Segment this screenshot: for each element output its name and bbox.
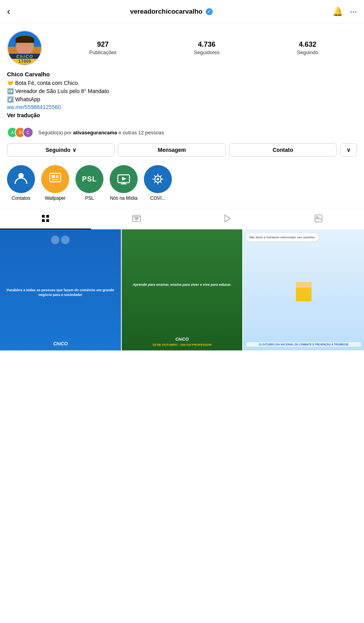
svg-point-21 <box>136 218 137 219</box>
profile-name: Chico Carvalho <box>7 71 357 77</box>
post-3-bubble: Não deixe a trombose interromper seu cam… <box>246 233 318 241</box>
svg-rect-19 <box>133 215 140 222</box>
expand-icon: ∨ <box>346 147 350 153</box>
followed-text: Seguido(a) por ativasegurancama e outras… <box>38 130 164 136</box>
avatar-image: ChiCO 17000 <box>8 31 42 65</box>
post-1-logo: ChiCO <box>53 341 68 347</box>
posts-label: Publicações <box>89 49 117 55</box>
bio-line-1: 🤝 Bota Fé, conta com Chico. <box>7 79 357 87</box>
followed-avatars: A B C <box>7 127 30 138</box>
followers-stat[interactable]: 4.736 Seguidores <box>194 40 220 55</box>
grid-item-2[interactable]: Aprende para ensinar, ensina para viver … <box>122 229 243 350</box>
tab-reels[interactable] <box>91 208 182 229</box>
highlight-covid[interactable]: COVI... <box>144 165 172 201</box>
highlight-contatos-icon <box>14 171 28 188</box>
avatar[interactable]: ChiCO 17000 <box>7 30 42 65</box>
profile-section: ChiCO 17000 927 Publicações 4.736 Seguid… <box>0 23 364 164</box>
highlight-covid-circle <box>144 165 172 193</box>
post-1-text: Parabéns a todas as pessoas que fazem do… <box>2 288 119 297</box>
posts-grid: Parabéns a todas as pessoas que fazem do… <box>0 229 364 350</box>
svg-rect-1 <box>50 173 61 182</box>
highlight-psl-circle: PSL <box>75 165 103 193</box>
grid-item-1[interactable]: Parabéns a todas as pessoas que fazem do… <box>0 229 121 350</box>
followed-by-prefix: Seguido(a) por <box>38 130 73 136</box>
tab-grid[interactable] <box>0 208 91 229</box>
header-username-area: vereadorchicocarvalho ✓ <box>130 8 213 16</box>
post-2-bg: Aprende para ensinar, ensina para viver … <box>122 229 243 350</box>
highlight-covid-label: COVI... <box>150 195 165 201</box>
bio-section: Chico Carvalho 🤝 Bota Fé, conta com Chic… <box>7 71 357 122</box>
svg-point-10 <box>157 178 159 180</box>
post-1-people <box>51 236 70 244</box>
virus-icon <box>150 172 165 187</box>
tab-tagged[interactable] <box>273 208 364 229</box>
svg-rect-4 <box>52 179 59 180</box>
play-icon <box>223 214 232 223</box>
highlight-midia-label: Nós na Mídia <box>110 195 138 201</box>
svg-rect-7 <box>121 183 126 185</box>
reels-icon <box>132 214 141 223</box>
header: ‹ vereadorchicocarvalho ✓ 🔔 ··· <box>0 0 364 23</box>
svg-line-18 <box>154 181 156 183</box>
tab-igtv[interactable] <box>182 208 273 229</box>
bio-link[interactable]: wa.me/559884125560 <box>7 104 61 110</box>
highlight-midia-circle <box>110 165 138 193</box>
username-text: vereadorchicocarvalho <box>130 8 203 16</box>
highlight-wallpaper-circle <box>41 165 69 193</box>
post-3-caption-area: 13 OUTUBRO DIA NACIONAL DO COMBATE E PRE… <box>246 342 361 347</box>
highlight-wallpaper-icon <box>48 171 63 188</box>
highlight-wallpaper-label: Wallpaper <box>45 195 66 201</box>
notifications-icon[interactable]: 🔔 <box>332 7 343 17</box>
followers-count: 4.736 <box>198 40 215 49</box>
post-2-caption: 15 DE OUTUBRO - DIA DO PROFESSOR <box>152 343 212 347</box>
svg-point-20 <box>135 217 138 220</box>
translate-button[interactable]: Ver tradução <box>7 112 357 118</box>
followed-avatar-3: C <box>23 127 33 138</box>
post-2-text: Aprende para ensinar, ensina para viver … <box>133 233 231 337</box>
post-3-bg: Não deixe a trombose interromper seu cam… <box>243 229 364 350</box>
followed-by-suffix: e outras 12 pessoas <box>117 130 164 136</box>
contact-button[interactable]: Contato <box>229 143 337 157</box>
highlight-nos-na-midia[interactable]: Nós na Mídia <box>110 165 138 201</box>
posts-count: 927 <box>97 40 109 49</box>
header-actions: 🔔 ··· <box>332 7 357 17</box>
verified-icon: ✓ <box>206 8 213 15</box>
content-tabs <box>0 208 364 229</box>
highlight-psl-icon: PSL <box>82 175 97 183</box>
svg-marker-23 <box>225 215 230 222</box>
svg-line-17 <box>160 175 161 177</box>
bio-line-3: ↙️ WhatsApp <box>7 95 357 104</box>
grid-item-3[interactable]: Não deixe a trombose interromper seu cam… <box>243 229 364 350</box>
message-button[interactable]: Mensagem <box>118 143 226 157</box>
following-button[interactable]: Seguindo ∨ <box>7 143 115 157</box>
svg-marker-6 <box>122 177 126 181</box>
tagged-icon <box>314 214 323 223</box>
svg-rect-2 <box>52 175 55 178</box>
bio-line-2: ➡️ Vereador de São Luís pelo 8° Mandato <box>7 87 357 95</box>
more-options-icon[interactable]: ··· <box>350 7 357 17</box>
profile-top-row: ChiCO 17000 927 Publicações 4.736 Seguid… <box>7 30 357 65</box>
back-button[interactable]: ‹ <box>7 5 10 18</box>
following-count: 4.632 <box>299 40 316 49</box>
followers-label: Seguidores <box>194 49 220 55</box>
svg-rect-8 <box>123 183 124 183</box>
post-3-caption: 13 OUTUBRO DIA NACIONAL DO COMBATE E PRE… <box>246 342 361 347</box>
action-buttons: Seguindo ∨ Mensagem Contato ∨ <box>7 143 357 164</box>
highlight-contatos-circle <box>7 165 35 193</box>
post-3-person <box>296 282 312 301</box>
post-1-bg: Parabéns a todas as pessoas que fazem do… <box>0 229 121 350</box>
highlight-wallpaper[interactable]: Wallpaper <box>41 165 69 201</box>
stats-row: 927 Publicações 4.736 Seguidores 4.632 S… <box>51 40 357 55</box>
expand-button[interactable]: ∨ <box>340 143 357 157</box>
post-2-logo: ChiCO <box>175 337 189 341</box>
posts-stat[interactable]: 927 Publicações <box>89 40 117 55</box>
highlight-contatos-label: Contatos <box>12 195 30 201</box>
followed-by-name[interactable]: ativasegurancama <box>73 130 117 136</box>
highlight-psl-label: PSL <box>85 195 94 201</box>
svg-line-16 <box>160 181 161 183</box>
highlight-contatos[interactable]: Contatos <box>7 165 35 201</box>
highlights-row: Contatos Wallpaper PSL PSL <box>0 164 364 208</box>
following-stat[interactable]: 4.632 Seguindo <box>297 40 318 55</box>
chevron-down-icon: ∨ <box>72 147 76 153</box>
highlight-psl[interactable]: PSL PSL <box>75 165 103 201</box>
